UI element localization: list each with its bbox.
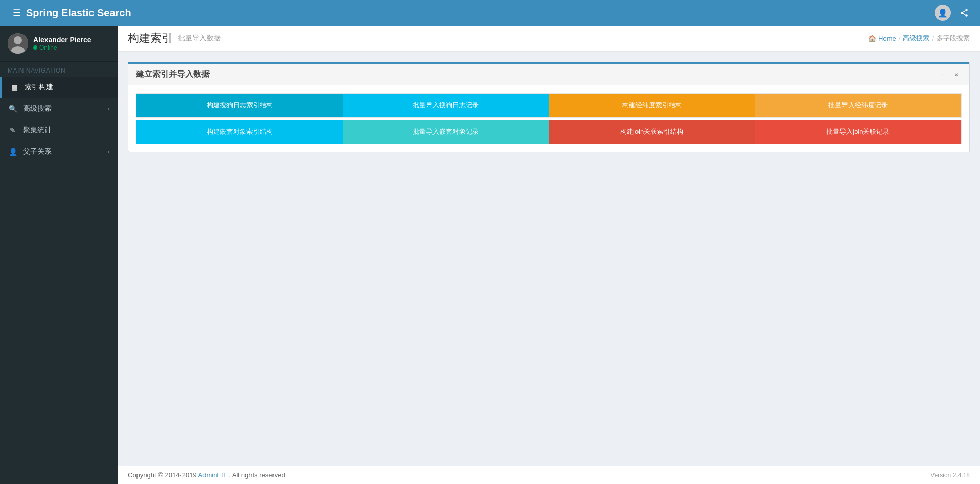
footer-brand-link[interactable]: AdminLTE — [198, 471, 229, 479]
svg-line-4 — [963, 13, 966, 15]
svg-point-2 — [965, 14, 968, 17]
main-wrapper: Alexander Pierce Online MAIN NAVIGATION … — [0, 26, 980, 484]
footer-version: Version 2.4.18 — [930, 472, 970, 479]
home-icon: 🏠 — [868, 35, 876, 42]
brand-rest: Elastic Search — [58, 7, 131, 18]
btn-import-geo-records[interactable]: 批量导入经纬度记录 — [755, 94, 961, 117]
btn-import-sogou-records[interactable]: 批量导入搜狗日志记录 — [343, 94, 549, 117]
svg-line-3 — [963, 11, 966, 12]
sidebar-item-label: 索引构建 — [25, 83, 110, 92]
footer: Copyright © 2014-2019 AdminLTE. All righ… — [118, 466, 980, 484]
box-title: 建立索引并导入数据 — [136, 69, 210, 80]
sidebar-toggle-button[interactable]: ☰ — [8, 5, 26, 21]
grid-icon: ▦ — [9, 83, 19, 91]
search-icon: 🔍 — [8, 105, 18, 113]
breadcrumb-sep1: / — [899, 35, 901, 42]
btn-build-join-index[interactable]: 构建join关联索引结构 — [549, 120, 755, 144]
user-icon: 👤 — [8, 148, 18, 156]
chevron-left-icon: ‹ — [108, 105, 110, 112]
sidebar-user-panel: Alexander Pierce Online — [0, 26, 118, 62]
content-wrapper: 构建索引 批量导入数据 🏠 Home / 高级搜索 / 多字段搜索 — [118, 26, 980, 484]
close-button[interactable]: × — [951, 70, 962, 80]
svg-point-6 — [14, 36, 22, 44]
main-content: 建立索引并导入数据 − × 构建搜狗日志索引结构 批量导入搜狗日志记录 构建经纬… — [118, 52, 980, 466]
app-brand[interactable]: Spring Elastic Search — [26, 7, 131, 19]
sidebar-item-label: 高级搜索 — [23, 104, 108, 113]
box-tools: − × — [939, 70, 962, 80]
sidebar-item-advanced-search[interactable]: 🔍 高级搜索 ‹ — [0, 98, 118, 120]
box-header: 建立索引并导入数据 − × — [128, 62, 969, 85]
edit-icon: ✎ — [8, 126, 18, 134]
svg-point-0 — [965, 9, 968, 11]
btn-import-join-records[interactable]: 批量导入join关联记录 — [755, 120, 961, 144]
page-subtitle: 批量导入数据 — [178, 34, 221, 43]
btn-import-nested-records[interactable]: 批量导入嵌套对象记录 — [343, 120, 549, 144]
btn-build-geo-index[interactable]: 构建经纬度索引结构 — [549, 94, 755, 117]
footer-copyright: Copyright © 2014-2019 AdminLTE. All righ… — [128, 471, 287, 479]
breadcrumb-current: 多字段搜索 — [937, 34, 970, 43]
sidebar-item-index-build[interactable]: ▦ 索引构建 — [0, 77, 118, 98]
chevron-left-icon: ‹ — [108, 148, 110, 155]
sidebar-nav-label: MAIN NAVIGATION — [0, 62, 118, 77]
sidebar-item-label: 父子关系 — [23, 147, 108, 156]
page-title: 构建索引 — [128, 31, 173, 46]
navbar-right: 👤 — [935, 5, 972, 21]
sidebar: Alexander Pierce Online MAIN NAVIGATION … — [0, 26, 118, 484]
breadcrumb-advanced[interactable]: 高级搜索 — [903, 34, 929, 43]
sidebar-user-status: Online — [33, 44, 92, 51]
sidebar-username: Alexander Pierce — [33, 36, 92, 44]
breadcrumb: 🏠 Home / 高级搜索 / 多字段搜索 — [868, 34, 970, 43]
sidebar-item-aggregation[interactable]: ✎ 聚集统计 — [0, 120, 118, 141]
box-body: 构建搜狗日志索引结构 批量导入搜狗日志记录 构建经纬度索引结构 批量导入经纬度记… — [128, 85, 969, 152]
btn-build-sogou-index[interactable]: 构建搜狗日志索引结构 — [136, 94, 343, 117]
user-avatar[interactable]: 👤 — [935, 5, 951, 21]
brand-spring: Spring — [26, 7, 58, 18]
sidebar-user-info: Alexander Pierce Online — [33, 36, 92, 51]
breadcrumb-home[interactable]: 🏠 Home — [868, 35, 896, 42]
minimize-button[interactable]: − — [939, 70, 949, 80]
svg-point-1 — [961, 12, 963, 14]
btn-build-nested-index[interactable]: 构建嵌套对象索引结构 — [136, 120, 343, 144]
breadcrumb-sep2: / — [932, 35, 934, 42]
status-dot — [33, 45, 37, 50]
page-title-area: 构建索引 批量导入数据 — [128, 31, 221, 46]
navbar: ☰ Spring Elastic Search 👤 — [0, 0, 980, 26]
sidebar-avatar — [8, 33, 28, 54]
avatar-icon: 👤 — [938, 8, 948, 18]
share-icon[interactable] — [956, 5, 972, 21]
action-grid-row2: 构建嵌套对象索引结构 批量导入嵌套对象记录 构建join关联索引结构 批量导入j… — [136, 120, 962, 144]
index-box: 建立索引并导入数据 − × 构建搜狗日志索引结构 批量导入搜狗日志记录 构建经纬… — [128, 62, 970, 152]
content-header: 构建索引 批量导入数据 🏠 Home / 高级搜索 / 多字段搜索 — [118, 26, 980, 52]
sidebar-item-parent-child[interactable]: 👤 父子关系 ‹ — [0, 141, 118, 163]
sidebar-item-label: 聚集统计 — [23, 126, 110, 135]
action-grid-row1: 构建搜狗日志索引结构 批量导入搜狗日志记录 构建经纬度索引结构 批量导入经纬度记… — [136, 93, 962, 118]
